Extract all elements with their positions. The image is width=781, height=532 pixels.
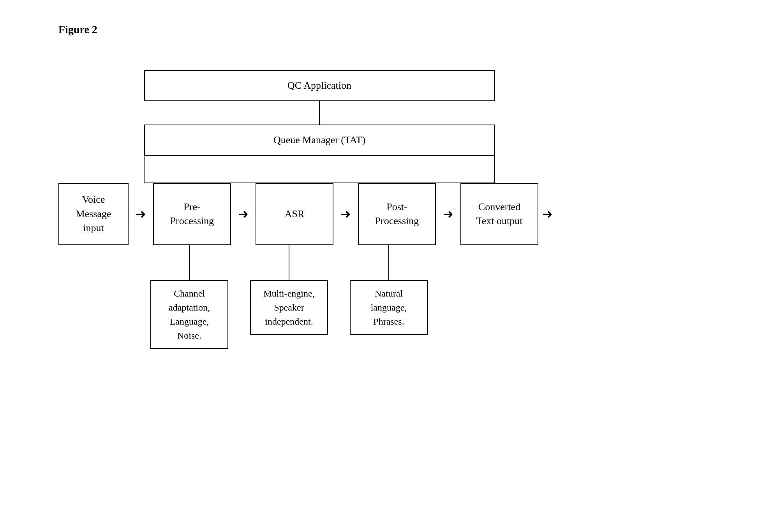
connector-lines <box>58 70 721 420</box>
sub-boxes-row: Channel adaptation, Language, Noise. Mul… <box>58 280 428 349</box>
natural-language-label: Natural language, Phrases. <box>371 288 407 327</box>
arrow-1: ➜ <box>129 207 153 221</box>
arrow-2: ➜ <box>231 207 256 221</box>
voice-message-box: Voice Message input <box>58 183 129 245</box>
pre-processing-label: Pre- Processing <box>170 200 214 228</box>
natural-language-box: Natural language, Phrases. <box>350 280 428 335</box>
qc-application-label: QC Application <box>287 79 351 93</box>
channel-adaptation-label: Channel adaptation, Language, Noise. <box>169 288 210 341</box>
qc-application-box: QC Application <box>144 70 495 101</box>
post-processing-label: Post- Processing <box>375 200 419 228</box>
arrow-3: ➜ <box>333 207 358 221</box>
converted-text-box: Converted Text output <box>460 183 538 245</box>
arrow-final: ➜ <box>538 207 557 221</box>
diagram-container: QC Application Queue Manager (TAT) Voice… <box>58 70 742 501</box>
main-flow-row: Voice Message input ➜ Pre- Processing ➜ … <box>58 183 557 245</box>
queue-manager-box: Queue Manager (TAT) <box>144 125 495 156</box>
queue-manager-label: Queue Manager (TAT) <box>273 133 365 147</box>
multi-engine-label: Multi-engine, Speaker independent. <box>263 288 314 327</box>
converted-text-label: Converted Text output <box>476 200 523 228</box>
multi-engine-box: Multi-engine, Speaker independent. <box>250 280 328 335</box>
asr-box: ASR <box>256 183 333 245</box>
figure-label: Figure 2 <box>58 23 97 36</box>
voice-message-label: Voice Message input <box>76 193 111 235</box>
channel-adaptation-box: Channel adaptation, Language, Noise. <box>150 280 228 349</box>
pre-processing-box: Pre- Processing <box>153 183 231 245</box>
post-processing-box: Post- Processing <box>358 183 436 245</box>
arrow-4: ➜ <box>436 207 460 221</box>
asr-label: ASR <box>285 207 305 221</box>
